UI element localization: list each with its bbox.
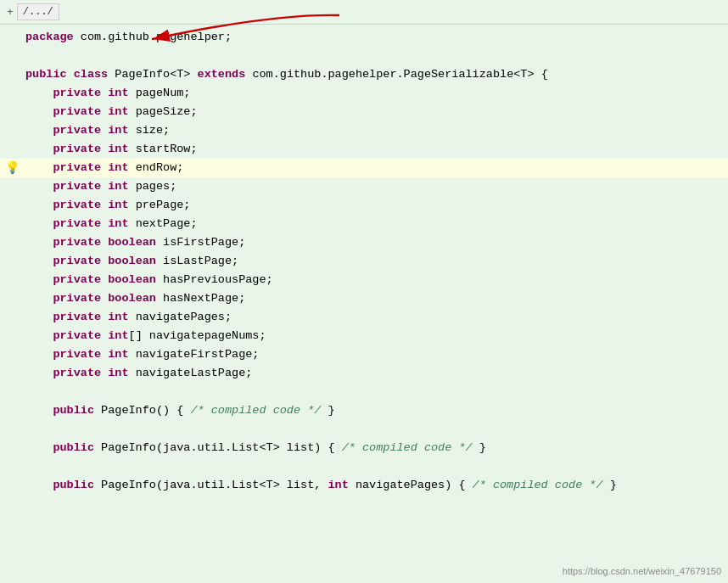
- constructor3-line: public PageInfo(java.util.List<T> list, …: [0, 476, 728, 495]
- field-size: private int size;: [0, 121, 728, 140]
- class-declaration-line: public class PageInfo<T> extends com.git…: [0, 65, 728, 84]
- field-navigatepageNums: private int[] navigatepageNums;: [0, 327, 728, 345]
- bulb-icon: 💡: [5, 159, 20, 177]
- field-navigateLastPage: private int navigateLastPage;: [0, 364, 728, 383]
- watermark: https://blog.csdn.net/weixin_47679150: [563, 566, 721, 576]
- constructor2-line: public PageInfo(java.util.List<T> list) …: [0, 439, 728, 457]
- file-path: /.../: [17, 3, 59, 20]
- arrow-annotation: [102, 12, 356, 49]
- field-isLastPage: private boolean isLastPage;: [0, 252, 728, 271]
- field-navigatePages: private int navigatePages;: [0, 308, 728, 327]
- field-startRow: private int startRow;: [0, 140, 728, 159]
- field-pageSize: private int pageSize;: [0, 103, 728, 121]
- field-isFirstPage: private boolean isFirstPage;: [0, 233, 728, 252]
- field-hasNextPage: private boolean hasNextPage;: [0, 289, 728, 308]
- field-prePage: private int prePage;: [0, 196, 728, 215]
- field-nextPage: private int nextPage;: [0, 215, 728, 233]
- field-hasPreviousPage: private boolean hasPreviousPage;: [0, 271, 728, 289]
- constructor1-line: public PageInfo() { /* compiled code */ …: [0, 401, 728, 420]
- field-endRow: 💡 private int endRow;: [0, 159, 728, 177]
- code-container: + /.../ package com.github.pagehelper; p…: [0, 0, 728, 583]
- field-navigateFirstPage: private int navigateFirstPage;: [0, 345, 728, 364]
- code-area: package com.github.pagehelper; public cl…: [0, 25, 728, 498]
- plus-icon: +: [7, 6, 14, 19]
- field-pages: private int pages;: [0, 177, 728, 196]
- field-pageNum: private int pageNum;: [0, 84, 728, 103]
